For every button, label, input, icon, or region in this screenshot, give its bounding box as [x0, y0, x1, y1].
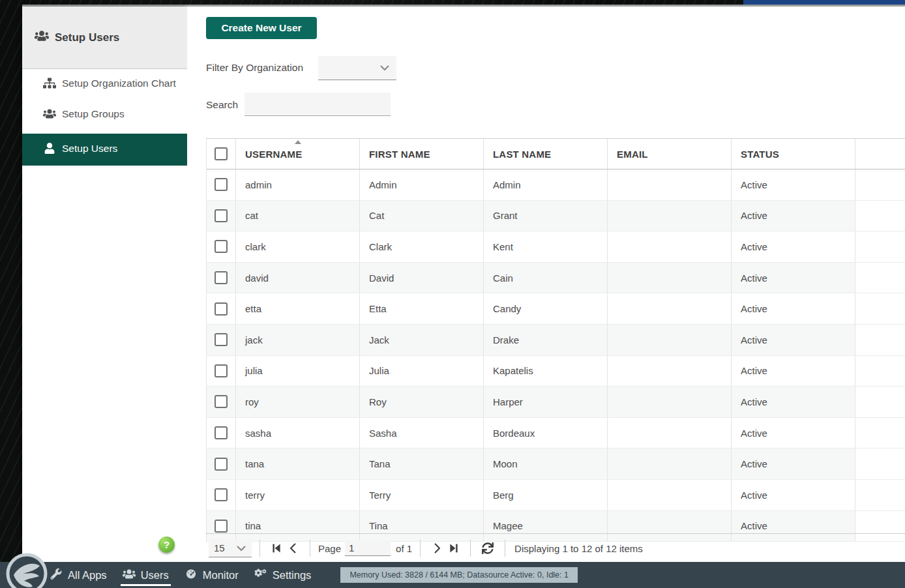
cell-username: julia [235, 356, 359, 387]
cell-username: cat [235, 201, 359, 231]
cell-username: roy [235, 387, 359, 417]
cell-status: Active [731, 231, 855, 262]
sort-ascending-icon [295, 140, 301, 144]
row-checkbox[interactable] [215, 302, 228, 316]
row-checkbox-cell [207, 201, 235, 231]
sidebar-item-label: Setup Users [62, 142, 117, 155]
app-window: Setup Users Setup Organization Chart Set… [0, 0, 905, 588]
cell-last-name: Cain [483, 263, 607, 293]
row-checkbox[interactable] [215, 458, 228, 471]
cell-email [607, 293, 731, 324]
row-filler-cell [855, 293, 905, 324]
sidebar-header-label: Setup Users [55, 31, 119, 44]
cell-status: Active [731, 480, 855, 510]
search-input[interactable] [245, 93, 391, 116]
row-checkbox[interactable] [215, 178, 228, 191]
sidebar-item-groups[interactable]: Setup Groups [22, 100, 187, 130]
cell-email [607, 387, 731, 417]
app-logo[interactable] [5, 552, 48, 588]
first-page-button[interactable] [268, 543, 285, 553]
row-filler-cell [855, 325, 905, 355]
table-header-row: USERNAME FIRST NAME LAST NAME EMAIL STAT… [207, 139, 905, 169]
row-checkbox[interactable] [215, 426, 228, 439]
taskbar-item-monitor[interactable]: Monitor [183, 562, 241, 588]
taskbar-item-label: Users [141, 569, 169, 581]
users-group-icon [35, 30, 49, 45]
row-checkbox-cell [207, 480, 235, 510]
taskbar-item-settings[interactable]: Settings [252, 562, 314, 588]
next-page-button[interactable] [428, 543, 445, 553]
taskbar-item-label: Settings [273, 569, 312, 581]
row-filler-cell [855, 356, 905, 387]
row-checkbox[interactable] [215, 395, 228, 408]
cell-last-name: Admin [483, 169, 607, 200]
taskbar: All Apps Users Monitor Settings [0, 562, 905, 588]
row-filler-cell [855, 169, 905, 200]
pagination-summary: Displaying 1 to 12 of 12 items [514, 543, 643, 554]
org-chart-icon [43, 78, 56, 92]
cell-status: Active [731, 201, 855, 231]
last-page-button[interactable] [445, 543, 462, 553]
table-row: royRoyHarperActive [207, 387, 905, 418]
row-checkbox-cell [207, 169, 235, 200]
column-header-username[interactable]: USERNAME [235, 139, 359, 169]
row-checkbox[interactable] [215, 364, 228, 377]
cell-first-name: Terry [359, 480, 483, 510]
row-filler-cell [855, 387, 905, 417]
divider [470, 540, 471, 557]
taskbar-items: All Apps Users Monitor Settings [48, 562, 313, 588]
page-size-select[interactable]: 15 [209, 539, 252, 557]
previous-page-button[interactable] [285, 543, 302, 553]
main-content: Create New User Filter By Organization S… [187, 7, 905, 562]
taskbar-item-users[interactable]: Users [121, 562, 171, 588]
select-all-checkbox[interactable] [215, 147, 228, 160]
row-checkbox-cell [207, 293, 235, 324]
sidebar-item-users[interactable]: Setup Users [22, 134, 187, 166]
cell-status: Active [731, 418, 855, 448]
row-filler-cell [855, 418, 905, 448]
taskbar-item-all-apps[interactable]: All Apps [48, 562, 109, 588]
cell-first-name: Clark [359, 231, 483, 262]
row-checkbox[interactable] [215, 520, 228, 533]
last-page-icon [449, 543, 459, 553]
cell-username: admin [235, 169, 359, 200]
help-button[interactable]: ? [158, 537, 175, 553]
row-checkbox[interactable] [215, 271, 228, 284]
row-filler-cell [855, 480, 905, 510]
cell-email [607, 263, 731, 293]
cell-first-name: Jack [359, 325, 483, 355]
cell-first-name: Julia [359, 356, 483, 387]
cell-last-name: Kent [483, 231, 607, 262]
sidebar-item-label: Setup Organization Chart [62, 77, 176, 90]
row-checkbox-cell [207, 387, 235, 417]
row-checkbox[interactable] [215, 488, 228, 501]
row-checkbox-cell [207, 325, 235, 355]
column-header-status[interactable]: STATUS [731, 139, 855, 169]
top-strip-blue [743, 0, 905, 5]
row-checkbox[interactable] [215, 333, 228, 346]
wrench-icon [50, 568, 63, 582]
users-group-icon [123, 568, 136, 582]
column-header-first-name[interactable]: FIRST NAME [359, 139, 483, 169]
column-header-email[interactable]: EMAIL [607, 139, 731, 169]
cell-username: terry [235, 480, 359, 510]
refresh-button[interactable] [479, 542, 497, 554]
row-checkbox[interactable] [215, 240, 228, 253]
cell-first-name: Roy [359, 387, 483, 417]
select-all-checkbox-cell [207, 139, 235, 169]
cell-email [607, 169, 731, 200]
cell-email [607, 448, 731, 479]
row-checkbox[interactable] [215, 209, 228, 222]
create-new-user-button[interactable]: Create New User [206, 17, 317, 39]
row-checkbox-cell [207, 418, 235, 448]
cell-first-name: Tana [359, 448, 483, 479]
column-header-last-name[interactable]: LAST NAME [483, 139, 607, 169]
table-body: adminAdminAdminActivecatCatGrantActivecl… [207, 169, 905, 542]
page-number-input[interactable] [345, 540, 391, 556]
organization-select[interactable] [318, 56, 396, 80]
gauge-icon [185, 568, 198, 582]
cell-email [607, 231, 731, 262]
next-page-icon [432, 543, 442, 553]
sidebar-item-org-chart[interactable]: Setup Organization Chart [22, 69, 187, 100]
cell-status: Active [731, 293, 855, 324]
